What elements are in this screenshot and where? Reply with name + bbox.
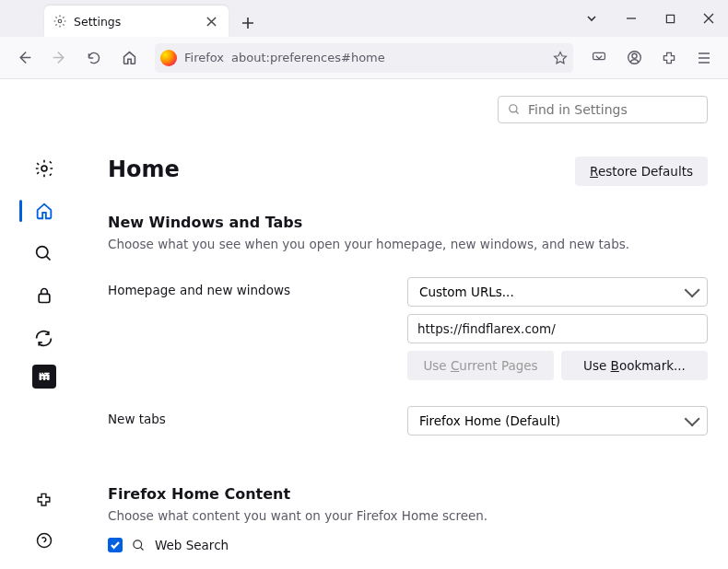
home-icon[interactable]: [114, 43, 144, 73]
newtabs-dropdown[interactable]: Firefox Home (Default): [407, 406, 708, 435]
url-bar[interactable]: Firefox about:preferences#home: [155, 43, 573, 73]
restore-defaults-button[interactable]: Restore Defaults: [575, 157, 708, 186]
url-prefix: Firefox: [184, 51, 224, 64]
back-button[interactable]: [9, 43, 39, 73]
sidebar-sync-icon[interactable]: [29, 322, 60, 354]
gear-icon: [53, 15, 66, 28]
use-current-pages-button[interactable]: Use Current Pages: [407, 351, 554, 380]
svg-rect-1: [666, 15, 674, 22]
sidebar-extensions-icon[interactable]: [29, 484, 60, 516]
sidebar-privacy-icon[interactable]: [29, 280, 60, 311]
section-new-windows-title: New Windows and Tabs: [108, 214, 708, 231]
find-settings-box: [498, 96, 708, 123]
web-search-row: Web Search: [108, 538, 708, 552]
section-new-windows-desc: Choose what you see when you open your h…: [108, 237, 708, 251]
tab-title: Settings: [74, 15, 195, 29]
svg-point-4: [631, 53, 636, 58]
homepage-dropdown[interactable]: Custom URLs...: [407, 277, 708, 307]
nav-bar: Firefox about:preferences#home: [0, 37, 728, 79]
account-icon[interactable]: [619, 43, 649, 73]
sidebar-help-icon[interactable]: [29, 525, 60, 556]
tabs-dropdown-icon[interactable]: [579, 6, 605, 31]
svg-rect-7: [39, 294, 50, 302]
sidebar-general-icon[interactable]: [29, 153, 60, 184]
use-bookmark-button[interactable]: Use Bookmark...: [561, 351, 708, 380]
reload-button[interactable]: [79, 43, 109, 73]
web-search-label: Web Search: [155, 538, 229, 552]
new-tab-button[interactable]: [234, 9, 262, 37]
newtabs-row: New tabs Firefox Home (Default): [108, 406, 708, 435]
homepage-row: Homepage and new windows Custom URLs... …: [108, 277, 708, 380]
search-icon: [132, 539, 146, 552]
menu-icon[interactable]: [689, 43, 719, 73]
homepage-label: Homepage and new windows: [108, 277, 389, 297]
bookmark-star-icon[interactable]: [553, 51, 568, 65]
forward-button[interactable]: [44, 43, 74, 73]
section-home-content-title: Firefox Home Content: [108, 485, 708, 503]
minimize-button[interactable]: [612, 0, 651, 37]
svg-point-11: [134, 540, 142, 548]
settings-sidebar: m: [0, 79, 88, 569]
pocket-icon[interactable]: [584, 43, 614, 73]
find-settings-input[interactable]: [528, 102, 698, 117]
extensions-icon[interactable]: [654, 43, 684, 73]
url-text: about:preferences#home: [231, 51, 546, 64]
firefox-icon: [160, 50, 177, 66]
active-tab[interactable]: Settings: [44, 6, 229, 37]
close-tab-icon[interactable]: [203, 13, 219, 29]
homepage-url-input[interactable]: [407, 314, 708, 343]
close-window-button[interactable]: [689, 0, 728, 37]
tab-bar: Settings: [0, 0, 728, 37]
sidebar-search-icon[interactable]: [29, 238, 60, 269]
svg-point-10: [510, 105, 517, 112]
search-icon: [508, 103, 521, 116]
content-area: m Home Restore Defaults New Windows and …: [0, 79, 728, 569]
web-search-checkbox[interactable]: [108, 538, 123, 552]
main-panel: Home Restore Defaults New Windows and Ta…: [88, 79, 728, 569]
sidebar-home-icon[interactable]: [29, 195, 60, 226]
maximize-button[interactable]: [651, 0, 689, 37]
newtabs-label: New tabs: [108, 406, 389, 426]
svg-text:m: m: [38, 370, 50, 383]
svg-point-6: [37, 246, 48, 257]
section-home-content-desc: Choose what content you want on your Fir…: [108, 508, 708, 523]
sidebar-more-icon[interactable]: m: [32, 365, 56, 389]
svg-point-0: [58, 19, 62, 23]
svg-point-5: [41, 166, 47, 171]
